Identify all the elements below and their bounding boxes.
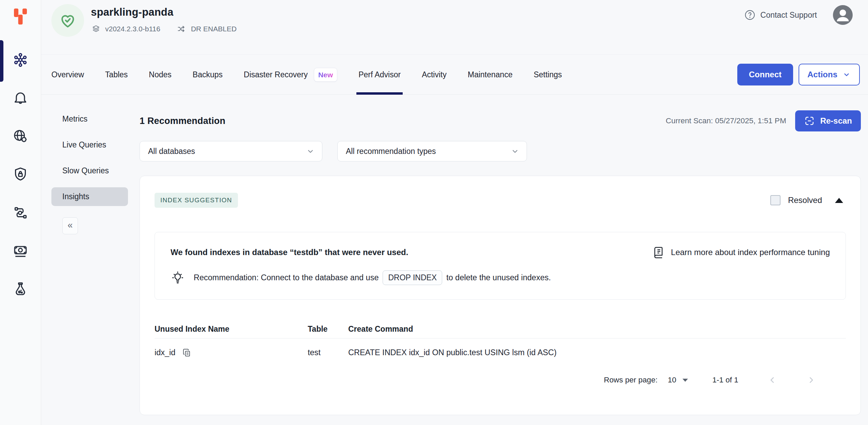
table-row: idx_id test CREATE IND bbox=[155, 347, 846, 358]
filters-row: All databases All recommendation types bbox=[140, 141, 861, 161]
col-unused-index-name: Unused Index Name bbox=[155, 324, 308, 334]
tab-perf-advisor[interactable]: Perf Advisor bbox=[358, 55, 401, 94]
learn-more-link[interactable]: Learn more about index performance tunin… bbox=[652, 246, 830, 259]
tab-activity[interactable]: Activity bbox=[422, 55, 447, 94]
current-scan-label: Current Scan: 05/27/2025, 1:51 PM bbox=[666, 116, 786, 125]
index-suggestion-badge: INDEX SUGGESTION bbox=[155, 193, 238, 208]
recommendation-type-filter-select[interactable]: All recommendation types bbox=[337, 141, 527, 161]
pagination: Rows per page: 10 1-1 of 1 bbox=[155, 375, 846, 385]
insights-main: 1 Recommendation Current Scan: 05/27/202… bbox=[140, 95, 861, 425]
regions-globe-gear-icon[interactable] bbox=[12, 128, 29, 144]
tabbar-buttons: Connect Actions bbox=[737, 64, 860, 85]
card-head: INDEX SUGGESTION Resolved bbox=[155, 193, 846, 207]
insight-message: We found indexes in database “testdb” th… bbox=[171, 248, 408, 257]
cell-command-value: CREATE INDEX idx_id ON public.test USING… bbox=[348, 347, 846, 358]
cluster-meta: v2024.2.3.0-b116 DR ENABLED bbox=[91, 24, 237, 34]
col-table: Table bbox=[308, 324, 348, 334]
version-label: v2024.2.3.0-b116 bbox=[105, 25, 160, 33]
contact-support-label: Contact Support bbox=[760, 11, 817, 20]
tabs: Overview Tables Nodes Backups Disaster R… bbox=[51, 55, 562, 94]
drop-index-chip: DROP INDEX bbox=[383, 270, 442, 285]
book-icon bbox=[652, 246, 665, 259]
perf-advisor-subnav: Metrics Live Queries Slow Queries Insigh… bbox=[51, 95, 128, 425]
tab-settings[interactable]: Settings bbox=[534, 55, 562, 94]
actions-button-label: Actions bbox=[807, 70, 837, 79]
topbar-right: Contact Support bbox=[744, 5, 853, 25]
pagination-range: 1-1 of 1 bbox=[712, 376, 738, 384]
left-icon-rail bbox=[0, 0, 41, 425]
clusters-icon[interactable] bbox=[12, 52, 29, 68]
actions-button[interactable]: Actions bbox=[799, 64, 860, 85]
security-shield-lock-icon[interactable] bbox=[12, 166, 29, 183]
contact-support-link[interactable]: Contact Support bbox=[744, 9, 817, 21]
cluster-health-badge bbox=[51, 4, 84, 37]
main-column: sparkling-panda v2024.2.3.0-b116 bbox=[41, 0, 868, 425]
cluster-tabbar: Overview Tables Nodes Backups Disaster R… bbox=[41, 55, 868, 95]
main-head: 1 Recommendation Current Scan: 05/27/202… bbox=[140, 110, 861, 131]
shuffle-icon bbox=[177, 24, 187, 34]
app-root: sparkling-panda v2024.2.3.0-b116 bbox=[0, 0, 868, 425]
rows-per-page-value[interactable]: 10 bbox=[668, 376, 676, 384]
subnav-item-live-queries[interactable]: Live Queries bbox=[51, 136, 128, 154]
rail-active-indicator bbox=[0, 40, 3, 82]
tab-maintenance[interactable]: Maintenance bbox=[468, 55, 513, 94]
cell-table-value: test bbox=[308, 347, 348, 358]
scan-group: Current Scan: 05/27/2025, 1:51 PM Re-sca… bbox=[666, 110, 861, 131]
rail-nav bbox=[12, 52, 29, 297]
billing-money-icon[interactable] bbox=[12, 242, 29, 259]
next-page-button[interactable] bbox=[806, 375, 816, 385]
tab-disaster-recovery[interactable]: Disaster Recovery New bbox=[244, 55, 337, 94]
chevron-down-icon bbox=[510, 146, 520, 156]
recommendation-text-prefix: Recommendation: Connect to the database … bbox=[194, 273, 379, 282]
subnav-item-metrics[interactable]: Metrics bbox=[51, 110, 128, 128]
copy-icon[interactable] bbox=[182, 348, 191, 357]
configurations-route-icon[interactable] bbox=[12, 204, 29, 221]
cluster-header: sparkling-panda v2024.2.3.0-b116 bbox=[41, 0, 868, 55]
heart-check-icon bbox=[59, 11, 77, 30]
panel-recommendation-row: Recommendation: Connect to the database … bbox=[171, 270, 830, 285]
tab-overview[interactable]: Overview bbox=[51, 55, 84, 94]
rows-per-page-label: Rows per page: bbox=[604, 376, 658, 384]
insight-panel: We found indexes in database “testdb” th… bbox=[155, 232, 846, 300]
recommendation-text-suffix: to delete the unused indexes. bbox=[446, 273, 551, 282]
rescan-button-label: Re-scan bbox=[820, 116, 852, 126]
content: Metrics Live Queries Slow Queries Insigh… bbox=[41, 95, 868, 425]
yugabyte-logo-icon[interactable] bbox=[10, 6, 31, 28]
table-divider bbox=[155, 338, 846, 339]
database-name: “testdb” bbox=[290, 248, 322, 257]
alerts-bell-icon[interactable] bbox=[12, 90, 29, 106]
previous-page-button[interactable] bbox=[768, 375, 777, 385]
help-icon bbox=[744, 9, 756, 21]
recommendation-count-heading: 1 Recommendation bbox=[140, 116, 225, 126]
cell-index-name: idx_id bbox=[155, 347, 308, 358]
scan-icon bbox=[804, 115, 815, 126]
recommendation-card: INDEX SUGGESTION Resolved We found index… bbox=[140, 176, 861, 415]
collapse-card-caret-icon[interactable] bbox=[835, 198, 843, 203]
unused-index-table: Unused Index Name Table Create Command i… bbox=[155, 324, 846, 358]
database-filter-select[interactable]: All databases bbox=[140, 141, 322, 161]
tab-nodes[interactable]: Nodes bbox=[149, 55, 171, 94]
cluster-name: sparkling-panda bbox=[91, 6, 237, 18]
version-item: v2024.2.3.0-b116 bbox=[91, 24, 160, 34]
chevron-down-icon bbox=[842, 70, 851, 79]
cluster-identity: sparkling-panda v2024.2.3.0-b116 bbox=[51, 4, 237, 54]
rescan-button[interactable]: Re-scan bbox=[795, 110, 861, 131]
labs-flask-icon[interactable] bbox=[12, 281, 29, 297]
learn-more-label: Learn more about index performance tunin… bbox=[671, 248, 830, 257]
tab-tables[interactable]: Tables bbox=[105, 55, 128, 94]
user-avatar[interactable] bbox=[833, 5, 853, 25]
table-header-row: Unused Index Name Table Create Command bbox=[155, 324, 846, 334]
panel-message-row: We found indexes in database “testdb” th… bbox=[171, 246, 830, 259]
subnav-item-slow-queries[interactable]: Slow Queries bbox=[51, 161, 128, 180]
index-name-value: idx_id bbox=[155, 347, 175, 358]
lightbulb-icon bbox=[171, 271, 185, 285]
resolved-label: Resolved bbox=[788, 195, 822, 205]
subnav-collapse-button[interactable]: « bbox=[62, 217, 78, 234]
recommendation-type-filter-value: All recommendation types bbox=[346, 147, 436, 156]
tab-backups[interactable]: Backups bbox=[193, 55, 223, 94]
subnav-item-insights[interactable]: Insights bbox=[51, 187, 128, 206]
new-badge: New bbox=[314, 68, 337, 82]
resolved-checkbox[interactable] bbox=[770, 195, 781, 205]
connect-button[interactable]: Connect bbox=[737, 64, 793, 85]
rows-per-page-caret-icon[interactable] bbox=[682, 379, 688, 382]
